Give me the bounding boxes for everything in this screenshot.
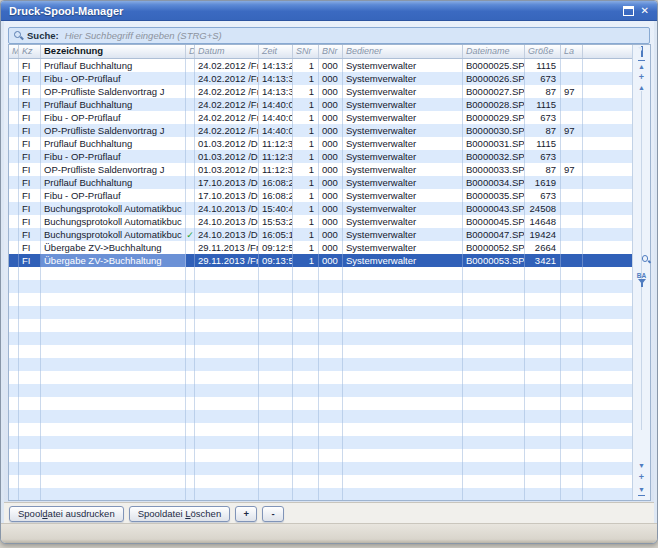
cell-bezeichnung <box>41 436 186 449</box>
table-row[interactable]: FIBuchungsprotokoll Automatikbuc✓24.10.2… <box>9 228 633 241</box>
cell-groesse <box>525 475 561 488</box>
cell-la <box>561 98 583 111</box>
cell-d <box>186 163 195 176</box>
cell-snr <box>293 306 319 319</box>
table-row[interactable]: FIPrüflauf Buchhaltung17.10.2013 /Do16:0… <box>9 176 633 189</box>
column-header-d[interactable]: D <box>186 45 195 58</box>
table-row[interactable]: FIFibu - OP-Prüflauf24.02.2012 /Fr14:13:… <box>9 72 633 85</box>
scroll-to-top-icon[interactable]: ▲ <box>635 60 648 71</box>
cell-filler <box>583 228 633 241</box>
restore-icon[interactable] <box>623 6 634 16</box>
columns-icon[interactable] <box>635 241 648 252</box>
pan-down-icon[interactable]: + <box>635 472 648 483</box>
table-row[interactable]: FIBuchungsprotokoll Automatikbuc24.10.20… <box>9 215 633 228</box>
table-row[interactable]: FIÜbergabe ZV->Buchhaltung29.11.2013 /Fr… <box>9 254 633 267</box>
cell-filler <box>583 111 633 124</box>
cell-snr <box>293 410 319 423</box>
cell-m <box>9 293 19 306</box>
table-row[interactable]: FIPrüflauf Buchhaltung24.02.2012 /Fr14:4… <box>9 98 633 111</box>
cell-d <box>186 124 195 137</box>
column-header-bnr[interactable]: BNr <box>319 45 343 58</box>
cell-filler <box>583 267 633 280</box>
column-header-kz[interactable]: Kz <box>19 45 41 58</box>
table-row[interactable]: FIOP-Prüfliste Saldenvortrag J24.02.2012… <box>9 85 633 98</box>
table-row[interactable]: FIBuchungsprotokoll Automatikbuc24.10.20… <box>9 202 633 215</box>
cell-kz: FI <box>19 176 41 189</box>
cell-zeit <box>259 345 293 358</box>
column-header-dateiname[interactable]: Dateiname <box>463 45 525 58</box>
filter-icon[interactable] <box>635 283 648 294</box>
cell-filler <box>583 202 633 215</box>
column-header-bediener[interactable]: Bediener <box>343 45 463 58</box>
cell-m <box>9 241 19 254</box>
remove-button[interactable]: - <box>262 506 284 522</box>
column-header-snr[interactable]: SNr <box>293 45 319 58</box>
column-chooser-icon[interactable] <box>635 46 648 57</box>
title-bar[interactable]: Druck-Spool-Manager ✕ <box>1 1 657 21</box>
cell-bnr: 000 <box>319 163 343 176</box>
cell-bezeichnung: Prüflauf Buchhaltung <box>41 176 186 189</box>
column-header-la[interactable]: La <box>561 45 583 58</box>
table-row[interactable]: FIFibu - OP-Prüflauf17.10.2013 /Do16:08:… <box>9 189 633 202</box>
pan-up-icon[interactable]: + <box>635 72 648 83</box>
cell-m <box>9 150 19 163</box>
column-header-groesse[interactable]: Größe <box>525 45 561 58</box>
cell-snr <box>293 332 319 345</box>
scroll-to-bottom-icon[interactable]: ▼ <box>635 484 648 495</box>
cell-dateiname <box>463 293 525 306</box>
empty-row <box>9 462 633 475</box>
close-icon[interactable]: ✕ <box>641 6 649 16</box>
grid-search-icon[interactable] <box>635 255 648 266</box>
cell-d <box>186 111 195 124</box>
cell-snr <box>293 449 319 462</box>
table-row[interactable]: FIOP-Prüfliste Saldenvortrag J24.02.2012… <box>9 124 633 137</box>
cell-zeit <box>259 332 293 345</box>
delete-spool-button[interactable]: Spooldatei Löschen <box>129 506 230 522</box>
column-header-m[interactable]: M <box>9 45 19 58</box>
cell-bediener: Systemverwalter <box>343 228 463 241</box>
cell-filler <box>583 98 633 111</box>
cell-d <box>186 371 195 384</box>
cell-filler <box>583 475 633 488</box>
column-header-datum[interactable]: Datum <box>195 45 259 58</box>
cell-snr: 1 <box>293 98 319 111</box>
cell-snr: 1 <box>293 254 319 267</box>
empty-row <box>9 410 633 423</box>
table-row[interactable]: FIPrüflauf Buchhaltung24.02.2012 /Fr14:1… <box>9 59 633 72</box>
cell-groesse <box>525 423 561 436</box>
table-row[interactable]: FIÜbergabe ZV->Buchhaltung29.11.2013 /Fr… <box>9 241 633 254</box>
window-content: Suche: Hier Suchbegriff eingeben (STRG+S… <box>4 21 654 521</box>
search-input[interactable]: Hier Suchbegriff eingeben (STRG+S) <box>65 30 222 41</box>
grid-side-toolbar: ▲ + ▲ BA ▼ + ▼ <box>632 45 650 500</box>
cell-dateiname <box>463 449 525 462</box>
cell-dateiname: B0000053.SPO <box>463 254 525 267</box>
column-header-bezeichnung[interactable]: Bezeichnung <box>41 45 186 58</box>
cell-bezeichnung: Buchungsprotokoll Automatikbuc <box>41 215 186 228</box>
table-row[interactable]: FIFibu - OP-Prüflauf01.03.2012 /Do11:12:… <box>9 150 633 163</box>
search-bar[interactable]: Suche: Hier Suchbegriff eingeben (STRG+S… <box>8 27 650 44</box>
cell-bediener: Systemverwalter <box>343 202 463 215</box>
table-row[interactable]: FIFibu - OP-Prüflauf24.02.2012 /Fr14:40:… <box>9 111 633 124</box>
add-button[interactable]: + <box>235 506 257 522</box>
cell-filler <box>583 176 633 189</box>
cell-groesse: 87 <box>525 163 561 176</box>
cell-bnr: 000 <box>319 111 343 124</box>
cell-groesse: 87 <box>525 85 561 98</box>
cell-bnr <box>319 488 343 500</box>
cell-kz: FI <box>19 189 41 202</box>
column-header-zeit[interactable]: Zeit <box>259 45 293 58</box>
cell-kz: FI <box>19 85 41 98</box>
cell-snr: 1 <box>293 72 319 85</box>
cell-filler <box>583 449 633 462</box>
grid-header-row: MKzBezeichnungDDatumZeitSNrBNrBedienerDa… <box>9 45 633 59</box>
print-spool-button[interactable]: Spooldatei ausdrucken <box>9 506 124 522</box>
cell-datum: 24.02.2012 /Fr <box>195 85 259 98</box>
cell-filler <box>583 358 633 371</box>
cell-groesse: 1619 <box>525 176 561 189</box>
table-row[interactable]: FIPrüflauf Buchhaltung01.03.2012 /Do11:1… <box>9 137 633 150</box>
cell-bezeichnung <box>41 280 186 293</box>
spool-manager-window: Druck-Spool-Manager ✕ Suche: Hier Suchbe… <box>0 0 658 544</box>
table-row[interactable]: FIOP-Prüfliste Saldenvortrag J01.03.2012… <box>9 163 633 176</box>
scroll-down-icon[interactable]: ▼ <box>635 461 648 472</box>
cell-bediener: Systemverwalter <box>343 137 463 150</box>
